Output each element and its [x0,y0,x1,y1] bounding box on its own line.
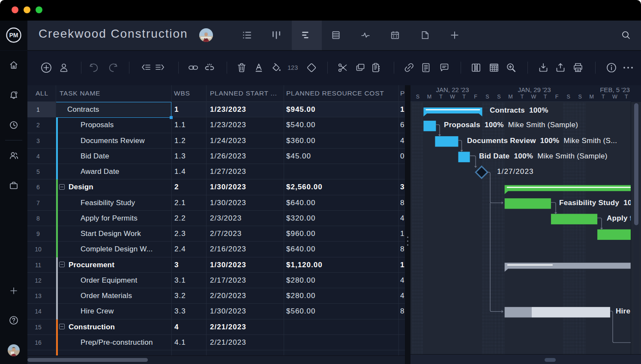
svg-text:PM: PM [9,32,18,39]
